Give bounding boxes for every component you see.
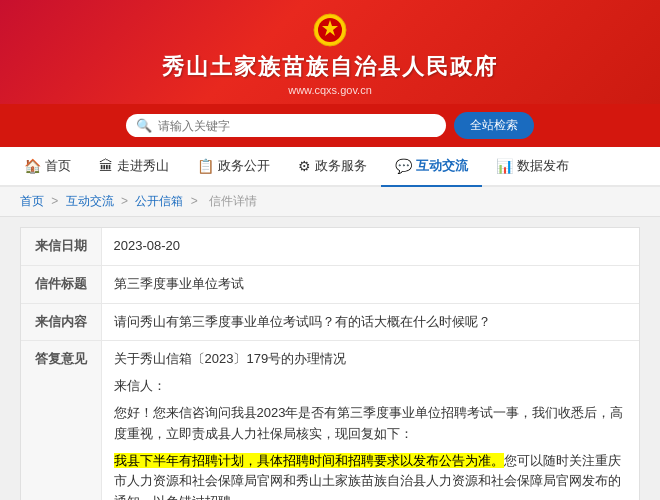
nav-item-service[interactable]: ⚙ 政务服务 [284, 147, 381, 187]
search-icon: 🔍 [136, 118, 152, 133]
value-title: 第三季度事业单位考试 [101, 265, 639, 303]
row-date: 来信日期 2023-08-20 [21, 228, 639, 265]
value-date: 2023-08-20 [101, 228, 639, 265]
detail-table: 来信日期 2023-08-20 信件标题 第三季度事业单位考试 来信内容 请问秀… [21, 228, 639, 500]
row-content: 来信内容 请问秀山有第三季度事业单位考试吗？有的话大概在什么时候呢？ [21, 303, 639, 341]
breadcrumb-current: 信件详情 [209, 194, 257, 208]
search-bar: 🔍 全站检索 [0, 104, 660, 147]
label-reply: 答复意见 [21, 341, 101, 500]
nav-item-about[interactable]: 🏛 走进秀山 [85, 147, 183, 187]
reply-highlight: 我县下半年有招聘计划，具体招聘时间和招聘要求以发布公告为准。 [114, 453, 504, 468]
label-title: 信件标题 [21, 265, 101, 303]
nav-item-interaction[interactable]: 💬 互动交流 [381, 147, 482, 187]
label-content: 来信内容 [21, 303, 101, 341]
reply-highlight-para: 我县下半年有招聘计划，具体招聘时间和招聘要求以发布公告为准。您可以随时关注重庆市… [114, 451, 628, 500]
breadcrumb-home[interactable]: 首页 [20, 194, 44, 208]
data-icon: 📊 [496, 158, 513, 174]
breadcrumb-interaction[interactable]: 互动交流 [66, 194, 114, 208]
value-content: 请问秀山有第三季度事业单位考试吗？有的话大概在什么时候呢？ [101, 303, 639, 341]
about-icon: 🏛 [99, 158, 113, 174]
reply-salutation: 来信人： [114, 376, 628, 397]
nav-label-service: 政务服务 [315, 157, 367, 175]
detail-content: 来信日期 2023-08-20 信件标题 第三季度事业单位考试 来信内容 请问秀… [20, 227, 640, 500]
breadcrumb-sep2: > [121, 194, 131, 208]
service-icon: ⚙ [298, 158, 311, 174]
breadcrumb-mailbox[interactable]: 公开信箱 [135, 194, 183, 208]
row-reply: 答复意见 关于秀山信箱〔2023〕179号的办理情况 来信人： 您好！您来信咨询… [21, 341, 639, 500]
breadcrumb-sep1: > [51, 194, 61, 208]
nav-item-affairs[interactable]: 📋 政务公开 [183, 147, 284, 187]
site-title: 秀山土家族苗族自治县人民政府 [0, 52, 660, 82]
interaction-icon: 💬 [395, 158, 412, 174]
row-title: 信件标题 第三季度事业单位考试 [21, 265, 639, 303]
breadcrumb-sep3: > [191, 194, 201, 208]
nav-item-home[interactable]: 🏠 首页 [10, 147, 85, 187]
nav-label-affairs: 政务公开 [218, 157, 270, 175]
nav-label-home: 首页 [45, 157, 71, 175]
nav-label-interaction: 互动交流 [416, 157, 468, 175]
header: 秀山土家族苗族自治县人民政府 www.cqxs.gov.cn [0, 0, 660, 104]
reply-header: 关于秀山信箱〔2023〕179号的办理情况 [114, 349, 628, 370]
home-icon: 🏠 [24, 158, 41, 174]
value-reply: 关于秀山信箱〔2023〕179号的办理情况 来信人： 您好！您来信咨询问我县20… [101, 341, 639, 500]
reply-intro: 您好！您来信咨询问我县2023年是否有第三季度事业单位招聘考试一事，我们收悉后，… [114, 403, 628, 445]
nav-label-about: 走进秀山 [117, 157, 169, 175]
search-input[interactable] [158, 119, 436, 133]
nav-label-data: 数据发布 [517, 157, 569, 175]
affairs-icon: 📋 [197, 158, 214, 174]
search-button[interactable]: 全站检索 [454, 112, 534, 139]
site-url: www.cqxs.gov.cn [0, 84, 660, 96]
nav-bar: 🏠 首页 🏛 走进秀山 📋 政务公开 ⚙ 政务服务 💬 互动交流 📊 数据发布 [0, 147, 660, 187]
search-input-wrap: 🔍 [126, 114, 446, 137]
breadcrumb: 首页 > 互动交流 > 公开信箱 > 信件详情 [0, 187, 660, 217]
label-date: 来信日期 [21, 228, 101, 265]
nav-item-data[interactable]: 📊 数据发布 [482, 147, 583, 187]
emblem-icon [312, 12, 348, 48]
